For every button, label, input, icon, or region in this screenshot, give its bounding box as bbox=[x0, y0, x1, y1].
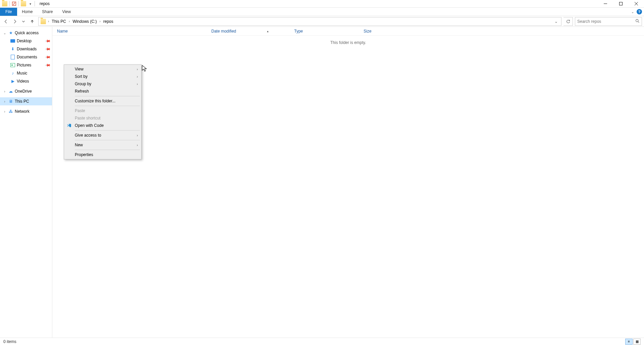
videos-icon: ▶ bbox=[10, 79, 15, 84]
menu-separator bbox=[75, 140, 140, 140]
sidebar-item-music[interactable]: ♪ Music bbox=[0, 69, 52, 77]
menu-view[interactable]: View› bbox=[65, 65, 141, 73]
chevron-right-icon[interactable]: › bbox=[3, 90, 7, 93]
details-view-button[interactable]: ≡ bbox=[625, 339, 633, 345]
downloads-icon: ⬇ bbox=[10, 46, 15, 52]
minimize-button[interactable] bbox=[598, 0, 613, 8]
ribbon: File Home Share View ⌄ ? bbox=[0, 8, 644, 16]
sidebar-item-label: Music bbox=[17, 71, 52, 76]
sidebar-item-label: Downloads bbox=[17, 47, 44, 51]
large-icons-view-button[interactable]: ▦ bbox=[633, 339, 641, 345]
menu-separator bbox=[75, 150, 140, 150]
sidebar-this-pc[interactable]: › 🖥 This PC bbox=[0, 97, 52, 105]
menu-label: Give access to bbox=[75, 133, 101, 138]
column-type[interactable]: Type bbox=[289, 27, 359, 35]
qat-properties-icon[interactable] bbox=[12, 1, 16, 6]
menu-customize[interactable]: Customize this folder... bbox=[65, 97, 141, 105]
menu-open-with-code[interactable]: Open with Code bbox=[65, 122, 141, 129]
chevron-right-icon: › bbox=[137, 75, 138, 79]
sidebar-onedrive[interactable]: › ☁ OneDrive bbox=[0, 87, 52, 95]
crumb-c-drive[interactable]: Windows (C:) bbox=[70, 17, 99, 26]
address-history-caret[interactable]: ⌄ bbox=[552, 17, 560, 26]
chevron-down-icon[interactable]: ⌄ bbox=[3, 31, 7, 35]
separator bbox=[9, 1, 10, 6]
close-button[interactable] bbox=[629, 0, 644, 8]
sidebar-network[interactable]: › 🖧 Network bbox=[0, 107, 52, 115]
window-title: repos bbox=[37, 1, 50, 6]
qat-newfolder-icon[interactable] bbox=[21, 1, 26, 6]
svg-point-5 bbox=[636, 19, 638, 21]
sidebar-item-documents[interactable]: Documents 📌 bbox=[0, 53, 52, 61]
menu-give-access-to[interactable]: Give access to› bbox=[65, 132, 141, 139]
chevron-right-icon: › bbox=[137, 143, 138, 147]
column-date[interactable]: Date modified bbox=[207, 27, 289, 35]
menu-group-by[interactable]: Group by› bbox=[65, 80, 141, 88]
pc-icon: 🖥 bbox=[8, 99, 13, 104]
star-icon: ★ bbox=[8, 30, 13, 36]
column-headers: Name ▴ Date modified Type Size bbox=[52, 27, 644, 36]
refresh-button[interactable] bbox=[564, 17, 573, 26]
search-icon[interactable] bbox=[635, 19, 640, 24]
help-icon[interactable]: ? bbox=[637, 9, 642, 14]
recent-locations-caret[interactable] bbox=[19, 17, 28, 26]
chevron-right-icon[interactable]: › bbox=[99, 17, 101, 26]
chevron-right-icon[interactable]: › bbox=[47, 17, 50, 26]
chevron-right-icon[interactable]: › bbox=[68, 17, 70, 26]
search-input[interactable] bbox=[577, 19, 635, 24]
ribbon-collapse-caret[interactable]: ⌄ bbox=[631, 10, 634, 14]
menu-sort-by[interactable]: Sort by› bbox=[65, 73, 141, 80]
sort-asc-icon: ▴ bbox=[267, 30, 269, 33]
menu-refresh[interactable]: Refresh bbox=[65, 88, 141, 95]
column-size[interactable]: Size bbox=[359, 27, 403, 35]
tab-view[interactable]: View bbox=[57, 8, 75, 16]
address-bar[interactable]: › This PC › Windows (C:) › repos ⌄ bbox=[38, 17, 561, 26]
menu-paste: Paste bbox=[65, 107, 141, 114]
chevron-right-icon: › bbox=[137, 82, 138, 86]
empty-folder-text: This folder is empty. bbox=[52, 36, 644, 45]
location-folder-icon bbox=[41, 19, 46, 24]
menu-label: Paste bbox=[75, 108, 85, 113]
menu-label: View bbox=[75, 67, 84, 71]
menu-label: Sort by bbox=[75, 74, 88, 79]
sidebar-item-pictures[interactable]: Pictures 📌 bbox=[0, 61, 52, 69]
chevron-right-icon: › bbox=[137, 67, 138, 71]
status-bar: 0 items ≡ ▦ bbox=[0, 338, 644, 345]
sidebar-item-desktop[interactable]: Desktop 📌 bbox=[0, 37, 52, 45]
back-button[interactable] bbox=[2, 17, 10, 26]
pin-icon: 📌 bbox=[44, 54, 51, 60]
network-icon: 🖧 bbox=[8, 109, 13, 114]
tab-share[interactable]: Share bbox=[37, 8, 57, 16]
tab-home[interactable]: Home bbox=[17, 8, 37, 16]
folder-icon bbox=[2, 1, 7, 6]
file-tab[interactable]: File bbox=[0, 8, 17, 16]
crumb-this-pc[interactable]: This PC bbox=[50, 17, 68, 26]
desktop-icon bbox=[10, 38, 15, 44]
menu-paste-shortcut: Paste shortcut bbox=[65, 114, 141, 122]
music-icon: ♪ bbox=[10, 70, 15, 76]
menu-properties[interactable]: Properties bbox=[65, 151, 141, 158]
forward-button[interactable] bbox=[11, 17, 19, 26]
navigation-bar: › This PC › Windows (C:) › repos ⌄ bbox=[0, 16, 644, 27]
menu-label: Refresh bbox=[75, 89, 89, 94]
context-menu: View› Sort by› Group by› Refresh Customi… bbox=[64, 64, 142, 159]
vscode-icon bbox=[66, 123, 72, 128]
up-button[interactable] bbox=[28, 17, 36, 26]
quick-access[interactable]: ⌄ ★ Quick access bbox=[0, 29, 52, 37]
title-bar: ▾ repos bbox=[0, 0, 644, 8]
chevron-right-icon[interactable]: › bbox=[3, 100, 7, 103]
sidebar-item-downloads[interactable]: ⬇ Downloads 📌 bbox=[0, 45, 52, 53]
menu-new[interactable]: New› bbox=[65, 141, 141, 149]
column-name[interactable]: Name ▴ bbox=[52, 27, 207, 35]
pin-icon: 📌 bbox=[44, 62, 51, 68]
qat-customize-caret[interactable]: ▾ bbox=[28, 2, 33, 6]
chevron-right-icon[interactable]: › bbox=[3, 110, 7, 113]
search-box[interactable] bbox=[575, 17, 642, 26]
maximize-button[interactable] bbox=[613, 0, 629, 8]
window-controls bbox=[598, 0, 644, 8]
sidebar-item-videos[interactable]: ▶ Videos bbox=[0, 77, 52, 85]
svg-line-6 bbox=[638, 21, 639, 22]
menu-label: Paste shortcut bbox=[75, 116, 101, 120]
crumb-repos[interactable]: repos bbox=[101, 17, 115, 26]
navigation-pane: ⌄ ★ Quick access Desktop 📌 ⬇ Downloads 📌… bbox=[0, 27, 52, 338]
sidebar-item-label: OneDrive bbox=[15, 89, 52, 94]
